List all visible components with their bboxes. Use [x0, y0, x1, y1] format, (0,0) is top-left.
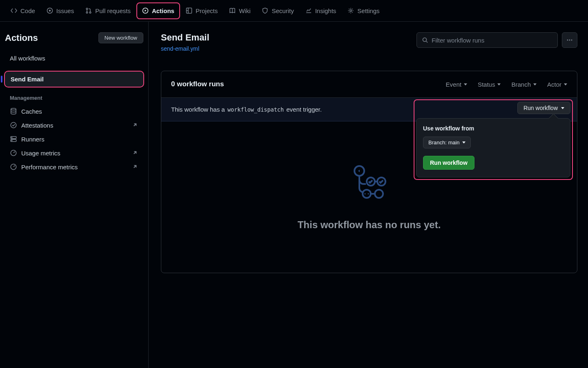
shield-icon [262, 7, 268, 14]
sidebar-item-usage-metrics[interactable]: Usage metrics [5, 146, 143, 160]
sidebar-item-performance-metrics[interactable]: Performance metrics [5, 160, 143, 174]
svg-point-12 [11, 137, 12, 138]
page-title: Send Email [161, 32, 416, 43]
sidebar-item-label: All workflows [10, 55, 45, 62]
sidebar-item-label: Send Email [11, 76, 44, 83]
tab-pulls[interactable]: Pull requests [81, 4, 135, 18]
tab-issues[interactable]: Issues [42, 4, 78, 18]
filter-branch[interactable]: Branch [511, 81, 537, 88]
run-workflow-button[interactable]: Run workflow [517, 102, 570, 114]
sidebar-item-attestations[interactable]: Attestations [5, 118, 143, 132]
svg-point-4 [89, 12, 91, 13]
external-link-icon [131, 163, 138, 171]
sidebar-item-caches[interactable]: Caches [5, 104, 143, 118]
external-link-icon [131, 149, 138, 157]
svg-point-3 [86, 12, 88, 13]
tab-actions[interactable]: Actions [138, 4, 178, 18]
filter-runs-input-wrap[interactable] [416, 32, 558, 48]
main: Send Email send-email.yml 0 workflow run… [149, 22, 588, 368]
tab-label: Settings [357, 7, 379, 14]
sidebar-all-workflows[interactable]: All workflows [5, 52, 143, 65]
filter-runs-input[interactable] [432, 37, 552, 44]
runs-panel: 0 workflow runs Event Status Branch Acto… [161, 71, 577, 273]
sidebar-item-label: Runners [21, 136, 45, 143]
pull-request-icon [85, 7, 92, 14]
svg-point-7 [350, 10, 352, 11]
gear-icon [347, 7, 354, 14]
database-icon [10, 108, 17, 115]
tab-label: Pull requests [95, 7, 131, 14]
workflow-illustration-icon [350, 164, 389, 203]
svg-point-23 [363, 190, 371, 198]
svg-point-26 [375, 190, 383, 198]
sidebar-item-runners[interactable]: Runners [5, 132, 143, 146]
tab-projects[interactable]: Projects [182, 4, 222, 18]
chevron-down-icon [462, 141, 466, 144]
sidebar-item-label: Caches [21, 108, 42, 115]
sidebar: Actions New workflow All workflows Send … [0, 22, 149, 368]
sidebar-item-label: Attestations [21, 122, 53, 129]
run-workflow-popover: Use workflow from Branch: main Run workf… [416, 118, 570, 177]
run-workflow-group: Run workflow Use workflow from Branch: m… [414, 100, 572, 179]
run-workflow-submit[interactable]: Run workflow [423, 156, 474, 170]
new-workflow-button[interactable]: New workflow [98, 32, 143, 43]
code-icon [11, 7, 17, 14]
chevron-down-icon [564, 83, 567, 85]
graph-icon [305, 7, 312, 14]
svg-point-13 [11, 140, 12, 141]
projects-icon [186, 7, 192, 14]
external-link-icon [131, 121, 138, 129]
tab-label: Actions [152, 7, 174, 14]
kebab-icon [566, 37, 573, 43]
sidebar-workflow-send-email[interactable]: Send Email [5, 72, 143, 87]
meter-icon [10, 149, 17, 157]
svg-point-18 [569, 40, 570, 41]
filter-status[interactable]: Status [478, 81, 501, 88]
tab-code[interactable]: Code [7, 4, 39, 18]
svg-point-8 [11, 108, 16, 110]
tab-label: Projects [196, 7, 218, 14]
play-circle-icon [142, 7, 149, 14]
popover-heading: Use workflow from [423, 125, 564, 132]
more-options-button[interactable] [562, 32, 577, 48]
runs-count: 0 workflow runs [171, 80, 224, 88]
tab-label: Issues [56, 7, 74, 14]
issue-icon [47, 7, 53, 14]
svg-point-25 [368, 193, 369, 194]
svg-point-19 [571, 40, 572, 41]
tab-label: Security [272, 7, 294, 14]
sidebar-item-label: Performance metrics [21, 164, 78, 171]
server-icon [10, 135, 17, 143]
sidebar-section-management: Management [5, 87, 143, 104]
tab-wiki[interactable]: Wiki [225, 4, 254, 18]
tab-settings[interactable]: Settings [343, 4, 383, 18]
svg-point-16 [423, 38, 427, 42]
repo-nav: Code Issues Pull requests Actions Projec… [0, 0, 588, 22]
filter-actor[interactable]: Actor [547, 81, 567, 88]
empty-message: This workflow has no runs yet. [298, 219, 441, 231]
tab-label: Code [20, 7, 35, 14]
sidebar-item-label: Usage metrics [21, 150, 60, 157]
svg-point-9 [11, 122, 16, 128]
chevron-down-icon [497, 83, 501, 85]
svg-point-1 [49, 10, 50, 11]
svg-point-24 [364, 193, 365, 194]
branch-select[interactable]: Branch: main [423, 137, 471, 148]
dispatch-message: This workflow has a workflow_dispatch ev… [171, 106, 322, 113]
dispatch-banner: This workflow has a workflow_dispatch ev… [161, 98, 577, 121]
chevron-down-icon [561, 107, 564, 109]
meter-icon [10, 163, 17, 171]
book-icon [229, 7, 236, 14]
svg-point-17 [567, 40, 568, 41]
chevron-down-icon [464, 83, 467, 85]
workflow-file-link[interactable]: send-email.yml [161, 45, 199, 52]
filter-event[interactable]: Event [446, 81, 467, 88]
chevron-down-icon [533, 83, 537, 85]
tab-label: Wiki [239, 7, 250, 14]
verified-icon [10, 121, 17, 129]
tab-insights[interactable]: Insights [301, 4, 341, 18]
tab-security[interactable]: Security [258, 4, 298, 18]
tab-label: Insights [315, 7, 336, 14]
svg-point-2 [86, 8, 88, 10]
search-icon [422, 37, 428, 43]
